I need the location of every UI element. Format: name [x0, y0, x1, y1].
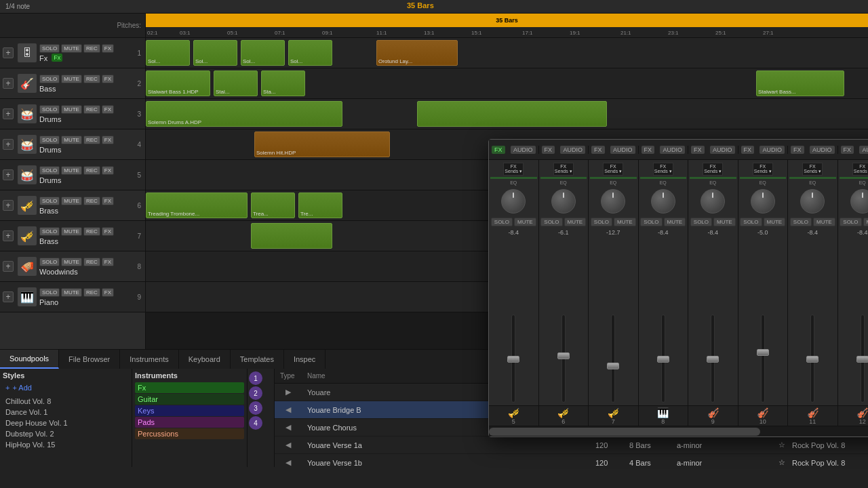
add-track-btn-4[interactable]: + [3, 139, 14, 150]
fader-track-7[interactable] [810, 314, 814, 403]
volume-knob-5[interactable] [701, 189, 725, 214]
volume-knob-7[interactable] [800, 189, 825, 214]
fx-btn-5[interactable]: FX [102, 166, 114, 175]
ch-audio-label-2[interactable]: AUDIO [560, 146, 585, 154]
tab-soundpools[interactable]: Soundpools [0, 350, 59, 369]
ch-audio-label-8[interactable]: AUDIO [859, 146, 868, 154]
rec-btn-5[interactable]: REC [83, 166, 100, 175]
add-track-btn-9[interactable]: + [3, 291, 14, 302]
pitch-num-2[interactable]: 2 [249, 386, 262, 400]
mute-btn-5[interactable]: MUTE [61, 166, 82, 175]
fader-thumb-4[interactable] [657, 356, 669, 363]
loop-row-4[interactable]: ◀ Youare Verse 1a 120 8 Bars a-minor ☆ R… [275, 436, 868, 454]
clip[interactable] [251, 223, 332, 249]
play-icon-1[interactable]: ▶ [275, 388, 302, 396]
tab-filebrowser[interactable]: File Browser [59, 350, 120, 369]
add-track-btn-6[interactable]: + [3, 200, 14, 211]
loop-row-5[interactable]: ◀ Youare Verse 1b 120 4 Bars a-minor ☆ R… [275, 454, 868, 467]
mixer-scrollbar[interactable] [489, 426, 868, 436]
add-soundpool-btn[interactable]: + + Add [3, 382, 129, 393]
mute-btn-4[interactable]: MUTE [61, 136, 82, 144]
mute-btn-8[interactable]: MUTE [61, 258, 82, 266]
volume-knob-1[interactable] [501, 189, 526, 214]
fx-btn-2[interactable]: FX [102, 75, 114, 83]
add-track-btn-7[interactable]: + [3, 230, 14, 241]
fader-thumb-1[interactable] [507, 356, 519, 363]
fx-btn-6[interactable]: FX [102, 197, 114, 205]
fader-track-8[interactable] [861, 314, 865, 403]
fader-thumb-3[interactable] [607, 363, 619, 369]
ch-fx-label-2[interactable]: FX [542, 146, 555, 154]
clip[interactable]: Sol... [146, 40, 190, 66]
fx-btn-1[interactable]: FX [102, 44, 114, 53]
ch-audio-label-3[interactable]: AUDIO [610, 146, 635, 154]
volume-knob-3[interactable] [601, 189, 625, 214]
ch-fx-label-6[interactable]: FX [741, 146, 755, 154]
fader-thumb-6[interactable] [757, 349, 769, 356]
ch-fx-label-3[interactable]: FX [591, 146, 605, 154]
tab-instruments[interactable]: Instruments [120, 350, 178, 369]
solo-btn-2[interactable]: SOLO [39, 75, 60, 83]
volume-knob-6[interactable] [751, 189, 775, 214]
volume-knob-2[interactable] [551, 189, 576, 214]
mute-btn-9[interactable]: MUTE [61, 288, 82, 297]
ch-solo-btn-3[interactable]: SOLO [591, 218, 612, 226]
clip[interactable]: Stalwart Bass... [756, 70, 844, 96]
mute-btn-6[interactable]: MUTE [61, 197, 82, 205]
ch-audio-label-4[interactable]: AUDIO [660, 146, 685, 154]
ch-solo-btn-7[interactable]: SOLO [790, 218, 812, 226]
add-track-btn-5[interactable]: + [3, 169, 14, 180]
solo-btn-8[interactable]: SOLO [39, 258, 60, 266]
playhead-bar[interactable]: 35 Bars [146, 14, 868, 27]
ch-mute-btn-4[interactable]: MUTE [664, 218, 686, 226]
clip[interactable]: Sta... [261, 70, 305, 96]
clip[interactable]: Solemn Drums A.HDP [146, 101, 342, 127]
clip[interactable]: Stalwart Bass 1.HDP [146, 70, 210, 96]
sends-dropdown-2[interactable]: FX Sends ▾ [553, 163, 574, 176]
loop-star-4[interactable]: ☆ [773, 441, 787, 449]
rec-btn-3[interactable]: REC [83, 105, 100, 114]
clip[interactable]: Sol... [193, 40, 237, 66]
fader-track-2[interactable] [561, 314, 566, 403]
add-track-btn-8[interactable]: + [3, 261, 14, 272]
mute-btn-7[interactable]: MUTE [61, 227, 82, 236]
mute-btn-2[interactable]: MUTE [61, 75, 82, 83]
play-icon-3[interactable]: ◀ [275, 423, 302, 432]
instrument-fx[interactable]: Fx [135, 382, 244, 393]
fx-btn-3[interactable]: FX [102, 105, 114, 114]
pitch-num-4[interactable]: 4 [249, 416, 262, 430]
mute-btn-1[interactable]: MUTE [61, 44, 82, 53]
volume-knob-8[interactable] [850, 189, 868, 214]
rec-btn-8[interactable]: REC [83, 258, 100, 266]
ch-mute-btn-3[interactable]: MUTE [614, 218, 636, 226]
fader-track-1[interactable] [511, 314, 515, 403]
fader-track-5[interactable] [711, 314, 715, 403]
ch-solo-btn-5[interactable]: SOLO [690, 218, 712, 226]
ch-mute-btn-1[interactable]: MUTE [514, 218, 536, 226]
play-icon-2[interactable]: ◀ [275, 405, 302, 414]
clip[interactable]: Orotund Lay... [376, 40, 458, 66]
mute-btn-3[interactable]: MUTE [61, 105, 82, 114]
fader-thumb-7[interactable] [806, 356, 818, 363]
clip[interactable]: Solemn Hit.HDP [254, 131, 390, 157]
clip[interactable]: Tre... [298, 192, 342, 218]
instrument-keys[interactable]: Keys [135, 405, 244, 416]
ch-mute-btn-8[interactable]: MUTE [863, 218, 868, 226]
style-item-2[interactable]: Dance Vol. 1 [3, 407, 129, 418]
pitch-num-1[interactable]: 1 [249, 371, 262, 385]
rec-btn-7[interactable]: REC [83, 227, 100, 236]
fader-thumb-5[interactable] [707, 356, 719, 363]
sends-dropdown-6[interactable]: FX Sends ▾ [753, 163, 773, 176]
instrument-guitar[interactable]: Guitar [135, 394, 244, 405]
clip[interactable]: Sol... [241, 40, 285, 66]
solo-btn-6[interactable]: SOLO [39, 197, 60, 205]
clip[interactable]: Stal... [214, 70, 258, 96]
add-track-btn-2[interactable]: + [3, 78, 14, 89]
ch-fx-label-1[interactable]: FX [492, 146, 505, 154]
add-track-btn-1[interactable]: + [3, 47, 14, 58]
style-item-1[interactable]: Chillout Vol. 8 [3, 396, 129, 407]
tab-templates[interactable]: Templates [231, 350, 284, 369]
fx-btn-9[interactable]: FX [102, 288, 114, 297]
ch-solo-btn-2[interactable]: SOLO [540, 218, 562, 226]
sends-dropdown-1[interactable]: FX Sends ▾ [503, 163, 524, 176]
